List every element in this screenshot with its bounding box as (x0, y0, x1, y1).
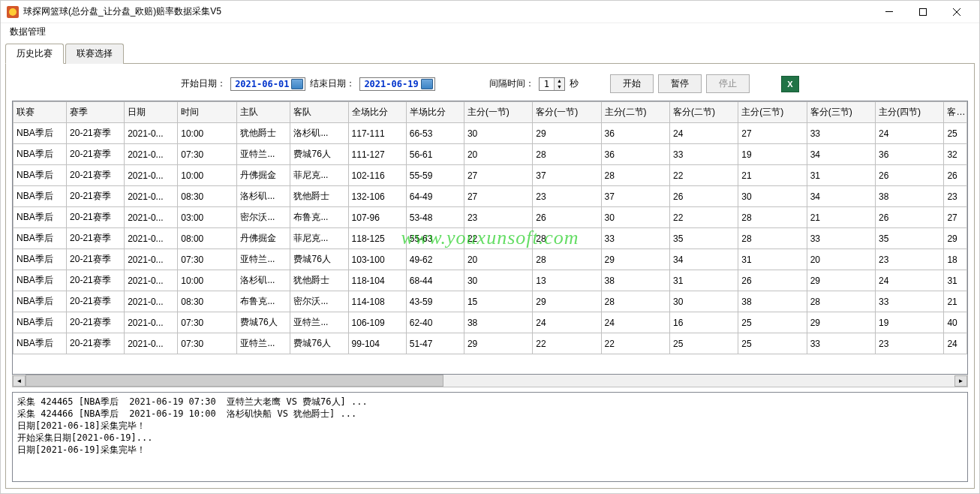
spinner-up-icon[interactable]: ▲ (554, 78, 564, 84)
table-cell: 07:30 (178, 249, 237, 270)
column-header[interactable]: 主分(四节) (876, 102, 944, 123)
column-header[interactable]: 主分(一节) (464, 102, 532, 123)
start-date-value: 2021-06-01 (233, 79, 291, 89)
table-cell: 2021-0... (125, 186, 178, 207)
table-cell: 24 (533, 312, 601, 333)
table-cell: 29 (807, 312, 875, 333)
column-header[interactable]: 联赛 (14, 102, 67, 123)
close-button[interactable] (939, 2, 973, 23)
table-cell: 107-96 (348, 207, 406, 228)
table-cell: 密尔沃... (237, 207, 290, 228)
table-cell: 20-21赛季 (67, 228, 125, 249)
table-cell: 07:30 (178, 333, 237, 354)
table-row[interactable]: NBA季后20-21赛季2021-0...08:30洛杉矶...犹他爵士132-… (14, 186, 967, 207)
table-cell: 21 (807, 207, 875, 228)
column-header[interactable]: 赛季 (67, 102, 125, 123)
table-cell: 2021-0... (125, 333, 178, 354)
spinner-down-icon[interactable]: ▼ (554, 84, 564, 90)
table-cell: 37 (533, 165, 601, 186)
table-cell: 23 (876, 333, 944, 354)
table-cell: 55-63 (406, 228, 464, 249)
calendar-icon[interactable] (421, 79, 433, 89)
table-cell: 07:30 (178, 312, 237, 333)
table-cell: NBA季后 (14, 207, 67, 228)
table-row[interactable]: NBA季后20-21赛季2021-0...10:00犹他爵士洛杉矶...117-… (14, 123, 967, 144)
scroll-thumb[interactable] (26, 375, 443, 387)
calendar-icon[interactable] (291, 79, 303, 89)
table-cell: 114-108 (348, 291, 406, 312)
start-date-label: 开始日期： (181, 77, 226, 90)
start-date-input[interactable]: 2021-06-01 (230, 77, 305, 91)
table-cell: 28 (601, 165, 669, 186)
table-row[interactable]: NBA季后20-21赛季2021-0...07:30费城76人亚特兰...106… (14, 312, 967, 333)
horizontal-scrollbar[interactable]: ◄ ► (12, 375, 968, 387)
stop-button[interactable]: 停止 (706, 74, 750, 93)
tab-league-select[interactable]: 联赛选择 (65, 44, 124, 64)
scroll-track[interactable] (26, 375, 954, 387)
table-cell: 25 (738, 312, 807, 333)
table-row[interactable]: NBA季后20-21赛季2021-0...08:00丹佛掘金菲尼克...118-… (14, 228, 967, 249)
table-cell: 27 (464, 165, 532, 186)
table-cell: 24 (944, 333, 967, 354)
column-header[interactable]: 主分(三节) (738, 102, 807, 123)
scroll-left-icon[interactable]: ◄ (13, 375, 26, 387)
table-cell: 33 (876, 291, 944, 312)
column-header[interactable]: 主分(二节) (601, 102, 669, 123)
table-cell: 24 (876, 123, 944, 144)
minimize-button[interactable] (872, 2, 906, 23)
table-cell: 22 (533, 333, 601, 354)
menu-data-mgmt[interactable]: 数据管理 (7, 24, 49, 40)
table-cell: 53-48 (406, 207, 464, 228)
table-cell: NBA季后 (14, 144, 67, 165)
table-cell: 28 (533, 249, 601, 270)
tab-history[interactable]: 历史比赛 (5, 44, 64, 64)
table-cell: 犹他爵士 (290, 186, 348, 207)
pause-button[interactable]: 暂停 (658, 74, 702, 93)
table-cell: 34 (807, 186, 875, 207)
table-cell: 66-53 (406, 123, 464, 144)
column-header[interactable]: 客分(二节) (669, 102, 738, 123)
table-row[interactable]: NBA季后20-21赛季2021-0...10:00丹佛掘金菲尼克...102-… (14, 165, 967, 186)
data-table-wrap[interactable]: www.youxunsoft.com 联赛赛季日期时间主队客队全场比分半场比分主… (12, 101, 968, 375)
table-cell: 30 (669, 291, 738, 312)
table-cell: 33 (807, 123, 875, 144)
tab-panel: 开始日期： 2021-06-01 结束日期： 2021-06-19 间隔时间： … (5, 64, 975, 489)
column-header[interactable]: 主队 (237, 102, 290, 123)
table-cell: 28 (533, 228, 601, 249)
table-cell: 31 (807, 165, 875, 186)
table-cell: 13 (533, 270, 601, 291)
column-header[interactable]: 客分 (944, 102, 967, 123)
column-header[interactable]: 时间 (178, 102, 237, 123)
table-cell: 03:00 (178, 207, 237, 228)
column-header[interactable]: 客分(三节) (807, 102, 875, 123)
end-date-input[interactable]: 2021-06-19 (359, 77, 434, 91)
table-row[interactable]: NBA季后20-21赛季2021-0...07:30亚特兰...费城76人103… (14, 249, 967, 270)
table-row[interactable]: NBA季后20-21赛季2021-0...08:30布鲁克...密尔沃...11… (14, 291, 967, 312)
column-header[interactable]: 客分(一节) (533, 102, 601, 123)
table-cell: 29 (807, 270, 875, 291)
table-cell: 36 (601, 144, 669, 165)
column-header[interactable]: 半场比分 (406, 102, 464, 123)
column-header[interactable]: 全场比分 (348, 102, 406, 123)
start-button[interactable]: 开始 (610, 74, 654, 93)
log-output[interactable]: 采集 424465 [NBA季后 2021-06-19 07:30 亚特兰大老鹰… (12, 392, 968, 482)
column-header[interactable]: 日期 (125, 102, 178, 123)
table-cell: 20-21赛季 (67, 270, 125, 291)
table-cell: 20-21赛季 (67, 165, 125, 186)
table-cell: 32 (944, 144, 967, 165)
table-cell: 2021-0... (125, 270, 178, 291)
table-cell: 23 (533, 186, 601, 207)
maximize-button[interactable] (906, 2, 939, 23)
scroll-right-icon[interactable]: ► (954, 375, 967, 387)
table-cell: 20-21赛季 (67, 144, 125, 165)
export-excel-button[interactable]: X (781, 76, 799, 92)
column-header[interactable]: 客队 (290, 102, 348, 123)
table-row[interactable]: NBA季后20-21赛季2021-0...07:30亚特兰...费城76人99-… (14, 333, 967, 354)
table-cell: 68-44 (406, 270, 464, 291)
table-cell: 亚特兰... (237, 249, 290, 270)
table-cell: 118-104 (348, 270, 406, 291)
table-row[interactable]: NBA季后20-21赛季2021-0...03:00密尔沃...布鲁克...10… (14, 207, 967, 228)
table-row[interactable]: NBA季后20-21赛季2021-0...07:30亚特兰...费城76人111… (14, 144, 967, 165)
table-row[interactable]: NBA季后20-21赛季2021-0...10:00洛杉矶...犹他爵士118-… (14, 270, 967, 291)
interval-spinner[interactable]: 1 ▲▼ (539, 77, 565, 91)
